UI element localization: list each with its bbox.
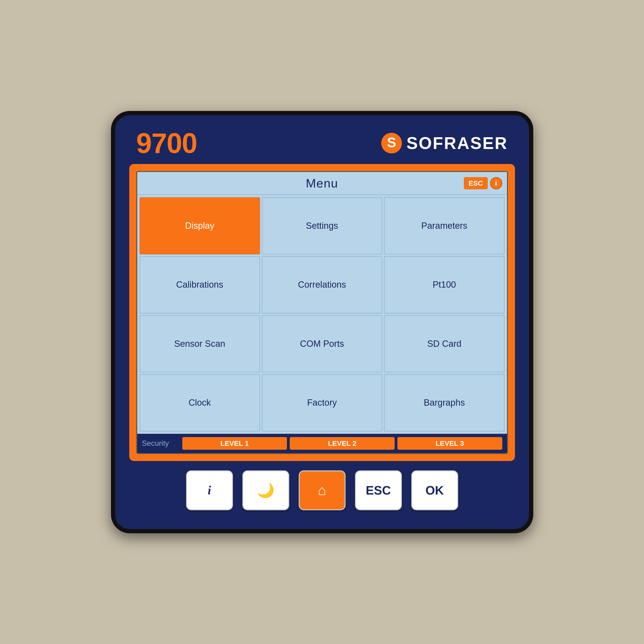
menu-cell-bargraphs[interactable]: Bargraphs: [384, 374, 504, 431]
menu-cell-clock[interactable]: Clock: [140, 374, 260, 431]
esc-button[interactable]: ESC: [355, 470, 402, 510]
security-label: Security: [142, 439, 179, 448]
menu-title: Menu: [306, 176, 338, 190]
menu-cell-pt100[interactable]: Pt100: [384, 256, 504, 313]
menu-cell-com-ports[interactable]: COM Ports: [262, 315, 382, 373]
menu-cell-calibrations[interactable]: Calibrations: [140, 256, 260, 313]
menu-cell-sensor-scan[interactable]: Sensor Scan: [140, 315, 260, 373]
menu-grid: DisplaySettingsParametersCalibrationsCor…: [137, 195, 507, 434]
screen: Menu ESC i DisplaySettingsParametersCali…: [136, 171, 508, 454]
brand-logo: S SOFRASER: [381, 133, 508, 154]
device-header: 9700 S SOFRASER: [129, 125, 515, 164]
menu-title-buttons: ESC i: [464, 177, 502, 189]
sleep-button[interactable]: 🌙: [242, 470, 289, 510]
security-row: Security LEVEL 1LEVEL 2LEVEL 3: [137, 434, 507, 453]
screen-info-button[interactable]: i: [490, 177, 502, 189]
home-icon: ⌂: [318, 482, 326, 498]
moon-icon: 🌙: [257, 482, 274, 499]
menu-cell-display[interactable]: Display: [140, 197, 260, 255]
brand-name: SOFRASER: [406, 133, 508, 153]
menu-cell-correlations[interactable]: Correlations: [262, 256, 382, 313]
orange-panel: Menu ESC i DisplaySettingsParametersCali…: [129, 164, 515, 461]
menu-cell-factory[interactable]: Factory: [262, 374, 382, 431]
level-1-button[interactable]: LEVEL 1: [182, 437, 287, 450]
screen-esc-button[interactable]: ESC: [464, 177, 488, 189]
device-model: 9700: [136, 127, 197, 159]
info-button[interactable]: i: [186, 470, 233, 510]
device-panel: 9700 S SOFRASER Menu ESC i DisplaySettin…: [111, 111, 533, 533]
level-2-button[interactable]: LEVEL 2: [290, 437, 395, 450]
bottom-buttons: i 🌙 ⌂ ESC OK: [129, 461, 515, 515]
level-3-button[interactable]: LEVEL 3: [397, 437, 502, 450]
svg-text:S: S: [387, 135, 396, 150]
menu-cell-sd-card[interactable]: SD Card: [384, 315, 504, 373]
menu-title-bar: Menu ESC i: [137, 172, 507, 195]
home-button[interactable]: ⌂: [299, 470, 346, 510]
menu-cell-settings[interactable]: Settings: [262, 197, 382, 255]
sofraser-logo-icon: S: [381, 133, 402, 154]
menu-cell-parameters[interactable]: Parameters: [384, 197, 504, 255]
ok-button[interactable]: OK: [411, 470, 458, 510]
